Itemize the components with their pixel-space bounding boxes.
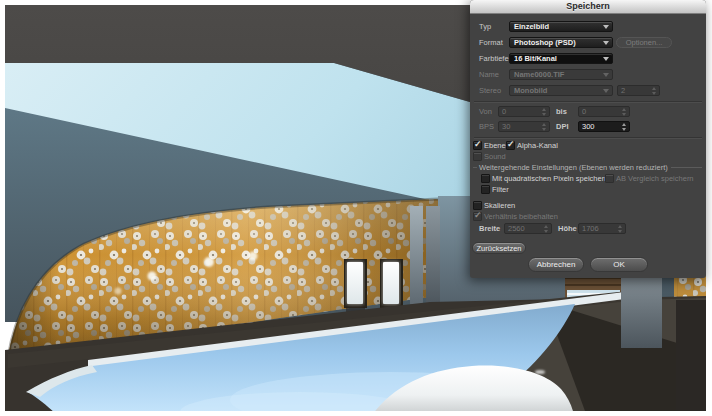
chevron-down-icon: [603, 41, 609, 45]
stepper-icon: [541, 123, 547, 131]
filter-checkbox[interactable]: [481, 185, 490, 194]
group-header-label: Weitergehende Einstellungen (Ebenen werd…: [479, 163, 668, 172]
ok-button[interactable]: OK: [590, 257, 648, 272]
ebenen-checkbox[interactable]: [473, 141, 482, 150]
alpha-kanal-checkbox[interactable]: [506, 141, 515, 150]
stepper-icon: [543, 225, 549, 233]
skalieren-checkbox[interactable]: [473, 201, 482, 210]
name-label: Name: [479, 69, 499, 80]
chevron-down-icon: [603, 73, 609, 77]
von-label: Von: [479, 106, 492, 117]
stereo-select: Monobild: [509, 85, 613, 96]
group-header: Weitergehende Einstellungen (Ebenen werd…: [473, 163, 702, 172]
stepper-icon: [651, 87, 657, 95]
reset-button[interactable]: Zurücksetzen: [472, 242, 526, 254]
separator: [474, 101, 702, 102]
chevron-down-icon: [603, 89, 609, 93]
cancel-button[interactable]: Abbrechen: [528, 257, 584, 272]
breite-label: Breite: [479, 223, 500, 234]
hoehe-label: Höhe: [558, 223, 577, 234]
chevron-down-icon: [603, 25, 609, 29]
sound-label: Sound: [484, 152, 506, 161]
format-label: Format: [479, 37, 503, 48]
verhaeltnis-label: Verhältnis beibehalten: [484, 212, 558, 221]
dpi-label: DPI: [556, 121, 569, 132]
dpi-spinner[interactable]: 300: [578, 121, 630, 132]
pillar-slim-1: [410, 206, 423, 304]
alpha-kanal-label: Alpha-Kanal: [517, 141, 558, 150]
bps-label: BPS: [479, 121, 494, 132]
breite-spinner: 2560: [504, 223, 552, 234]
chevron-down-icon: [603, 57, 609, 61]
filter-label: Filter: [492, 185, 509, 194]
bps-spinner: 30: [498, 121, 550, 132]
stepper-icon: [617, 225, 623, 233]
separator: [474, 137, 702, 138]
sound-checkbox: [473, 152, 482, 161]
skalieren-label: Skalieren: [484, 201, 515, 210]
quadratische-pixel-label: Mit quadratischen Pixeln speichern: [492, 174, 608, 183]
pillar-slim-2: [426, 206, 440, 306]
typ-label: Typ: [479, 21, 491, 32]
ab-vergleich-label: AB Vergleich speichern: [616, 174, 694, 183]
bis-label: bis: [556, 106, 567, 117]
typ-select[interactable]: Einzelbild: [509, 21, 613, 32]
dialog-title: Speichern: [566, 1, 610, 11]
von-spinner: 0: [498, 106, 550, 117]
farbtiefe-label: Farbtiefe: [479, 53, 509, 64]
stereo-label: Stereo: [479, 85, 501, 96]
name-select: Name0000.TIF: [509, 69, 613, 80]
quadratische-pixel-checkbox[interactable]: [481, 174, 490, 183]
options-button: Optionen...: [616, 37, 672, 48]
stepper-icon: [541, 108, 547, 116]
verhaeltnis-checkbox: [473, 212, 482, 221]
farbtiefe-select[interactable]: 16 Bit/Kanal: [509, 53, 613, 64]
stepper-icon: [621, 123, 627, 131]
ab-vergleich-checkbox: [605, 174, 614, 183]
bis-spinner: 0: [578, 106, 630, 117]
format-select[interactable]: Photoshop (PSD): [509, 37, 613, 48]
hoehe-spinner: 1706: [578, 223, 626, 234]
stepper-icon: [621, 108, 627, 116]
stereo-count-spinner: 2: [617, 85, 660, 96]
pillar-large: [621, 266, 662, 348]
save-dialog: Speichern Typ Einzelbild Format Photosho…: [470, 0, 706, 278]
dialog-titlebar[interactable]: Speichern: [470, 0, 706, 14]
right-dark-wall: [676, 300, 706, 411]
